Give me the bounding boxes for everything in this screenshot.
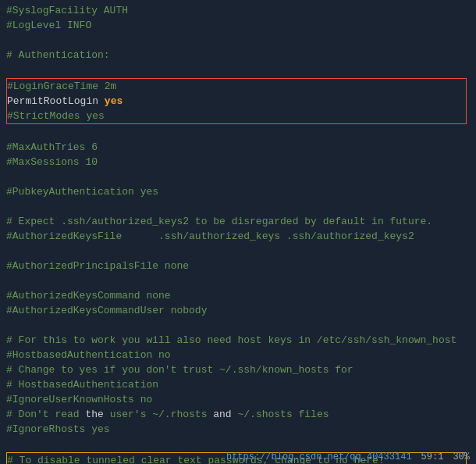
code-line: # Expect .ssh/authorized_keys2 to be dis…: [6, 214, 470, 229]
code-line: #LoginGraceTime 2m: [7, 79, 466, 94]
code-line: # For this to work you will also need ho…: [6, 333, 470, 348]
code-line: [6, 318, 470, 333]
code-line: [6, 33, 470, 48]
code-line: #StrictModes yes: [7, 109, 466, 123]
code-line: [6, 199, 470, 214]
url-link[interactable]: https://blog.csdn.net/qq_40433141: [226, 452, 412, 462]
zoom-level: 30%: [453, 452, 470, 462]
code-line: #SyslogFacility AUTH: [6, 3, 470, 18]
code-line: [6, 62, 470, 77]
code-line: #MaxAuthTries 6: [6, 140, 470, 155]
position-indicator: 59:1: [421, 452, 444, 462]
code-line: #AuthorizedPrincipalsFile none: [6, 259, 470, 273]
code-line: PermitRootLogin yes: [7, 94, 466, 109]
code-line: # Authentication:: [6, 48, 470, 62]
code-line: [6, 437, 470, 452]
code-line: #AuthorizedKeysCommandUser nobody: [6, 303, 470, 318]
code-line: #IgnoreUserKnownHosts no: [6, 392, 470, 407]
code-line: #HostbasedAuthentication no: [6, 348, 470, 362]
code-line: #LogLevel INFO: [6, 18, 470, 33]
code-line: # Change to yes if you don't trust ~/.ss…: [6, 362, 470, 377]
code-line: [6, 170, 470, 184]
code-line: #PubkeyAuthentication yes: [6, 184, 470, 199]
code-line: #AuthorizedKeysFile .ssh/authorized_keys…: [6, 229, 470, 244]
code-line: #AuthorizedKeysCommand none: [6, 288, 470, 303]
code-line: #MaxSessions 10: [6, 155, 470, 170]
code-line: # Don't read the user's ~/.rhosts and ~/…: [6, 407, 470, 422]
keyword-yes: yes: [105, 95, 123, 107]
code-editor: #SyslogFacility AUTH #LogLevel INFO # Au…: [0, 0, 476, 464]
code-line: # HostbasedAuthentication: [6, 377, 470, 392]
code-line: [6, 244, 470, 259]
code-line: [6, 273, 470, 288]
status-bar: https://blog.csdn.net/qq_40433141 59:1 3…: [226, 452, 470, 462]
code-line: [6, 125, 470, 140]
code-line: #IgnoreRhosts yes: [6, 422, 470, 437]
